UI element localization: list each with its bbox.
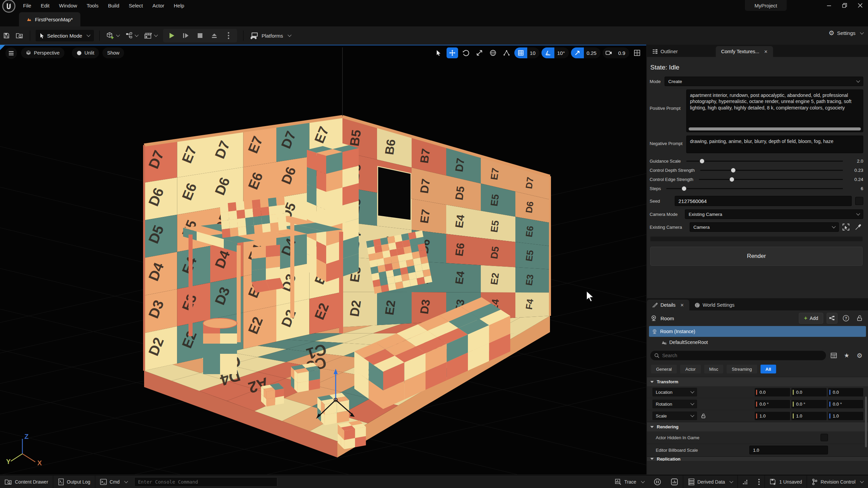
- slider-track[interactable]: [699, 179, 843, 180]
- scale-tool[interactable]: [474, 47, 485, 58]
- viewport-viewmode-dropdown[interactable]: Unlit: [72, 47, 99, 58]
- menu-window[interactable]: Window: [54, 0, 82, 11]
- settings-dropdown[interactable]: ⚙ Settings: [829, 29, 863, 37]
- menu-build[interactable]: Build: [103, 0, 124, 11]
- details-scrollbar[interactable]: [865, 396, 867, 447]
- statusbar-kebab[interactable]: [753, 475, 765, 488]
- viewport-perspective-dropdown[interactable]: Perspective: [21, 47, 64, 58]
- axis-value-field[interactable]: 1.0: [791, 412, 827, 420]
- add-component-button[interactable]: + Add: [799, 313, 823, 324]
- camera-mode-dropdown[interactable]: Existing Camera: [685, 209, 863, 219]
- statusbar-1-unsaved[interactable]: 1 Unsaved: [765, 475, 807, 488]
- move-tool[interactable]: [447, 47, 458, 58]
- selection-mode-dropdown[interactable]: Selection Mode: [36, 30, 94, 41]
- save-button[interactable]: [0, 29, 13, 42]
- scale-snap-control[interactable]: 0.25: [571, 47, 600, 58]
- axis-value-field[interactable]: 0.0: [791, 388, 827, 396]
- unlock-icon[interactable]: [854, 313, 865, 323]
- restore-button[interactable]: [837, 0, 852, 11]
- axis-value-field[interactable]: 0.0: [828, 388, 863, 396]
- statusbar-revision-control[interactable]: Revision Control: [807, 475, 868, 488]
- seed-input[interactable]: 2127560064: [675, 196, 852, 206]
- world-local-toggle[interactable]: [487, 47, 499, 58]
- select-tool[interactable]: [433, 47, 445, 58]
- transform-type-dropdown[interactable]: Scale: [652, 411, 697, 420]
- maximize-viewport-button[interactable]: [631, 47, 643, 58]
- statusbar-trace[interactable]: Trace: [610, 475, 649, 488]
- render-button[interactable]: Render: [650, 247, 863, 266]
- statusbar-output-log[interactable]: Output Log: [53, 475, 95, 488]
- content-browser-button[interactable]: [13, 29, 26, 42]
- axis-value-field[interactable]: 0.0: [755, 388, 790, 396]
- unreal-engine-logo-icon[interactable]: [2, 0, 16, 13]
- statusbar-pause-circle[interactable]: [649, 475, 666, 488]
- rotation-snap-control[interactable]: 10°: [541, 47, 569, 58]
- menu-tools[interactable]: Tools: [82, 0, 103, 11]
- platforms-dropdown[interactable]: Platforms: [247, 29, 294, 42]
- select-in-scene-icon[interactable]: [841, 223, 851, 231]
- surface-snapping-toggle[interactable]: [501, 47, 512, 58]
- tab-details[interactable]: Details ✕: [647, 300, 689, 310]
- transform-type-dropdown[interactable]: Location: [652, 388, 697, 396]
- tab-outliner[interactable]: Outliner: [647, 46, 683, 57]
- blueprints-dropdown[interactable]: [122, 29, 141, 42]
- positive-prompt-input[interactable]: apartment interior, rundown, post apocal…: [686, 89, 863, 132]
- prompt-horizontal-scrollbar[interactable]: [689, 127, 861, 130]
- tree-row-room-instance[interactable]: Room (Instance): [649, 326, 866, 337]
- statusbar-derived-data[interactable]: Derived Data: [683, 475, 738, 488]
- statusbar-content-drawer[interactable]: Content Drawer: [0, 475, 53, 488]
- viewport-show-dropdown[interactable]: Show: [102, 47, 124, 58]
- console-command-input[interactable]: Enter Console Command: [134, 477, 277, 487]
- search-input[interactable]: Search: [650, 351, 826, 360]
- section-header-replication-clipped[interactable]: Replication: [647, 456, 868, 461]
- slider-thumb[interactable]: [682, 186, 686, 191]
- axis-value-field[interactable]: 0.0 °: [828, 400, 863, 408]
- slider-track[interactable]: [666, 188, 843, 189]
- section-header-transform[interactable]: Transform: [647, 377, 868, 386]
- axis-value-field[interactable]: 0.0 °: [791, 400, 827, 408]
- menu-actor[interactable]: Actor: [147, 0, 169, 11]
- tab-comfy-textures[interactable]: Comfy Textures... ✕: [716, 46, 773, 57]
- display-options-icon[interactable]: [829, 350, 839, 361]
- statusbar-gauge-circle[interactable]: [666, 475, 683, 488]
- slider-track[interactable]: [686, 161, 843, 162]
- play-button[interactable]: [164, 29, 179, 42]
- tree-row-default-scene-root[interactable]: DefaultSceneRoot: [649, 337, 866, 348]
- transform-type-dropdown[interactable]: Rotation: [652, 400, 697, 408]
- frame-skip-button[interactable]: [179, 29, 193, 42]
- filter-tab-misc[interactable]: Misc: [704, 365, 724, 373]
- edit-blueprint-button[interactable]: [827, 313, 837, 324]
- slider-thumb[interactable]: [731, 168, 735, 172]
- close-button[interactable]: [852, 0, 868, 11]
- menu-help[interactable]: Help: [169, 0, 189, 11]
- menu-file[interactable]: File: [18, 0, 36, 11]
- filter-tab-all[interactable]: All: [761, 365, 776, 373]
- seed-random-checkbox[interactable]: [855, 197, 863, 205]
- cinematics-dropdown[interactable]: [141, 29, 160, 42]
- axis-value-field[interactable]: 0.0 °: [755, 400, 790, 408]
- section-header-rendering[interactable]: Rendering: [647, 422, 868, 431]
- play-options-kebab-icon[interactable]: [221, 29, 236, 42]
- tab-firstpersonmap[interactable]: FirstPersonMap*: [19, 12, 80, 26]
- eject-button[interactable]: [207, 29, 221, 42]
- rotate-tool[interactable]: [460, 47, 472, 58]
- level-viewport[interactable]: C1C3C5B1A2E3D4B3D7E7D7E7D7E7D6E6D6E6D6E6…: [0, 45, 646, 474]
- details-settings-gear-icon[interactable]: ⚙: [854, 350, 865, 361]
- grid-snap-control[interactable]: 10: [514, 47, 540, 58]
- negative-prompt-input[interactable]: drawing, painting, anime, blur, blurry, …: [686, 136, 863, 153]
- help-icon[interactable]: ?: [841, 313, 851, 323]
- existing-camera-dropdown[interactable]: Camera: [690, 222, 839, 232]
- close-tab-icon[interactable]: ✕: [680, 303, 684, 308]
- actor-hidden-checkbox[interactable]: [821, 434, 828, 441]
- close-tab-icon[interactable]: ✕: [764, 49, 768, 54]
- favorites-star-icon[interactable]: ★: [842, 350, 852, 361]
- axis-value-field[interactable]: 1.0: [828, 412, 863, 420]
- axis-value-field[interactable]: 1.0: [755, 412, 790, 420]
- menu-select[interactable]: Select: [124, 0, 148, 11]
- slider-thumb[interactable]: [730, 177, 734, 182]
- statusbar-dots-grid[interactable]: [738, 475, 753, 488]
- filter-tab-actor[interactable]: Actor: [680, 365, 701, 373]
- slider-thumb[interactable]: [700, 159, 704, 163]
- filter-tab-general[interactable]: General: [651, 365, 677, 373]
- slider-track[interactable]: [700, 170, 843, 171]
